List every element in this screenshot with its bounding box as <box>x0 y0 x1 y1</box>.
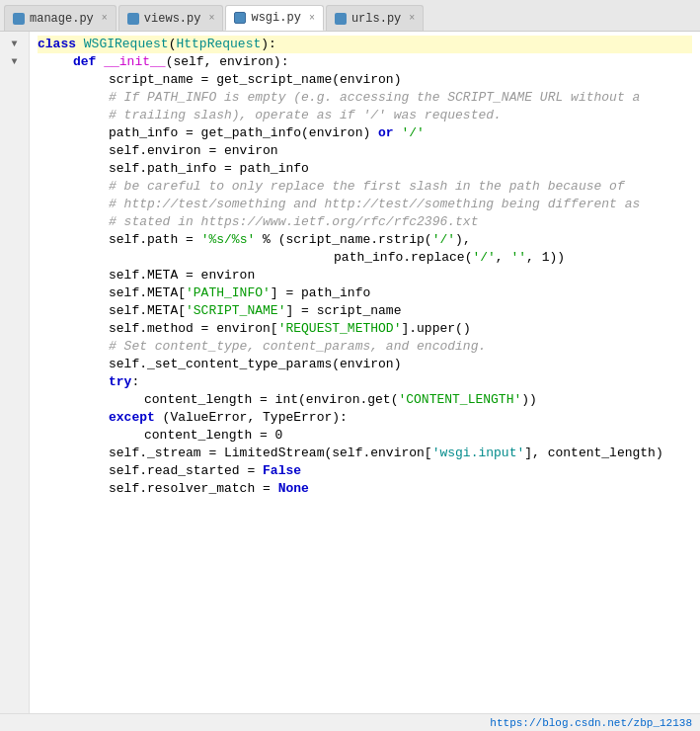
code-line-19: self._set_content_type_params(environ) <box>38 356 692 373</box>
tab-manage[interactable]: manage.py × <box>4 5 117 31</box>
tab-close-views[interactable]: × <box>208 13 214 24</box>
tab-label-manage: manage.py <box>30 12 94 26</box>
code-line-23: content_length = 0 <box>38 427 692 445</box>
tab-label-wsgi: wsgi.py <box>251 11 300 25</box>
tab-close-manage[interactable]: × <box>102 13 108 24</box>
bottom-url: https://blog.csdn.net/zbp_12138 <box>490 717 692 729</box>
code-line-4: # If PATH_INFO is empty (e.g. accessing … <box>38 89 692 107</box>
code-line-6: path_info = get_path_info(environ) or '/… <box>38 124 692 142</box>
editor: ▼ ▼ <box>0 32 700 731</box>
code-line-25: self.read_started = False <box>38 462 692 480</box>
tab-wsgi[interactable]: wsgi.py × <box>225 5 323 31</box>
fold-def[interactable]: ▼ <box>0 53 29 71</box>
line-gutter: ▼ ▼ <box>0 32 30 731</box>
code-line-9: # be careful to only replace the first s… <box>38 178 692 196</box>
tab-label-urls: urls.py <box>351 12 401 26</box>
code-line-26: self.resolver_match = None <box>38 480 692 498</box>
code-line-3: script_name = get_script_name(environ) <box>38 71 692 89</box>
code-line-17: self.method = environ['REQUEST_METHOD'].… <box>38 320 692 338</box>
code-line-13: path_info.replace('/', '', 1)) <box>38 249 692 267</box>
code-line-7: self.environ = environ <box>38 142 692 160</box>
code-line-14: self.META = environ <box>38 267 692 284</box>
tab-icon-views <box>127 13 139 25</box>
fold-class[interactable]: ▼ <box>0 36 29 53</box>
tab-urls[interactable]: urls.py × <box>326 5 424 31</box>
code-line-12: self.path = '%s/%s' % (script_name.rstri… <box>38 231 692 249</box>
code-line-10: # http://test/something and http://test/… <box>38 196 692 213</box>
code-content[interactable]: class WSGIRequest(HttpRequest): def __in… <box>30 32 700 731</box>
tab-close-wsgi[interactable]: × <box>309 13 315 24</box>
code-line-15: self.META['PATH_INFO'] = path_info <box>38 284 692 302</box>
code-line-20: try: <box>38 373 692 391</box>
bottom-bar: https://blog.csdn.net/zbp_12138 <box>0 713 700 731</box>
code-line-1: class WSGIRequest(HttpRequest): <box>38 36 692 53</box>
code-line-22: except (ValueError, TypeError): <box>38 409 692 427</box>
tab-bar: manage.py × views.py × wsgi.py × urls.py… <box>0 0 700 32</box>
tab-views[interactable]: views.py × <box>118 5 224 31</box>
tab-icon-urls <box>335 13 347 25</box>
code-line-16: self.META['SCRIPT_NAME'] = script_name <box>38 302 692 320</box>
tab-icon-wsgi <box>234 12 246 24</box>
code-line-11: # stated in https://www.ietf.org/rfc/rfc… <box>38 213 692 231</box>
code-line-24: self._stream = LimitedStream(self.enviro… <box>38 445 692 462</box>
tab-icon-manage <box>13 13 25 25</box>
code-line-21: content_length = int(environ.get('CONTEN… <box>38 391 692 409</box>
tab-label-views: views.py <box>144 12 201 26</box>
code-line-8: self.path_info = path_info <box>38 160 692 178</box>
code-line-18: # Set content_type, content_params, and … <box>38 338 692 356</box>
tab-close-urls[interactable]: × <box>409 13 415 24</box>
code-line-2: def __init__(self, environ): <box>38 53 692 71</box>
code-line-5: # trailing slash), operate as if '/' was… <box>38 107 692 124</box>
